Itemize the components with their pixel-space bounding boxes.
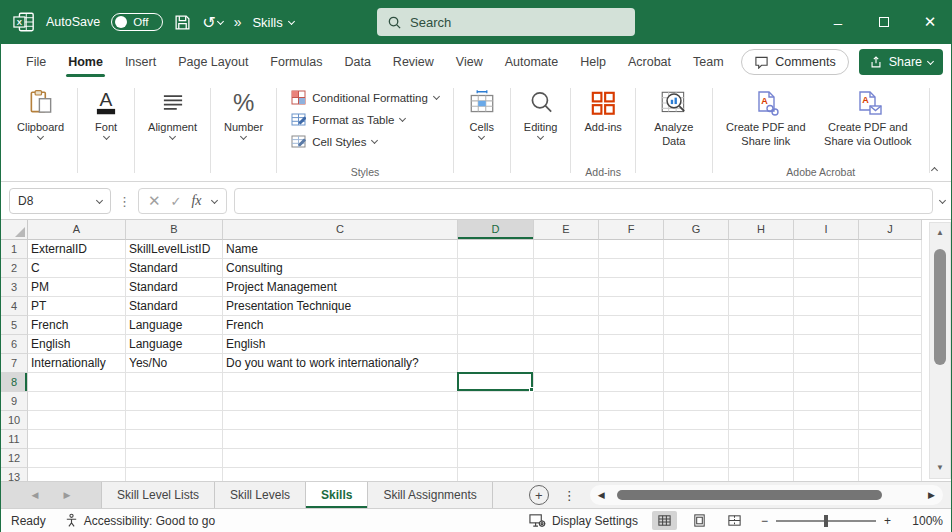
cell-A3[interactable]: PM (28, 278, 126, 297)
name-box[interactable]: D8 (9, 188, 111, 214)
cell-F12[interactable] (599, 449, 664, 468)
cell-E1[interactable] (534, 240, 599, 259)
scroll-down-button[interactable]: ▼ (930, 460, 950, 476)
close-button[interactable]: ✕ (907, 0, 952, 44)
cell-J5[interactable] (859, 316, 922, 335)
cell-D9[interactable] (458, 392, 534, 411)
cell-J7[interactable] (859, 354, 922, 373)
cell-D1[interactable] (458, 240, 534, 259)
cell-E8[interactable] (534, 373, 599, 392)
horizontal-scrollbar[interactable]: ◀ ▶ (590, 485, 943, 505)
expand-formula-bar-button[interactable] (939, 196, 946, 203)
ribbon-tab-team[interactable]: Team (682, 44, 735, 80)
save-button[interactable] (174, 14, 191, 31)
cell-E5[interactable] (534, 316, 599, 335)
insert-function-button[interactable]: fx (191, 193, 201, 209)
clipboard-button[interactable]: Clipboard (10, 86, 71, 141)
cell-G2[interactable] (664, 259, 729, 278)
cell-A7[interactable]: Internationally (28, 354, 126, 373)
row-header-1[interactable]: 1 (1, 240, 28, 259)
ribbon-tab-data[interactable]: Data (333, 44, 381, 80)
cell-F1[interactable] (599, 240, 664, 259)
cell-G9[interactable] (664, 392, 729, 411)
row-header-11[interactable]: 11 (1, 430, 28, 449)
cell-B4[interactable]: Standard (126, 297, 223, 316)
cell-J2[interactable] (859, 259, 922, 278)
cell-E12[interactable] (534, 449, 599, 468)
cell-styles-button[interactable]: Cell Styles (291, 134, 377, 149)
row-header-4[interactable]: 4 (1, 297, 28, 316)
cell-J3[interactable] (859, 278, 922, 297)
cell-G8[interactable] (664, 373, 729, 392)
cell-G1[interactable] (664, 240, 729, 259)
number-button[interactable]: % Number (217, 86, 270, 141)
cell-J6[interactable] (859, 335, 922, 354)
ribbon-tab-automate[interactable]: Automate (494, 44, 570, 80)
scroll-up-button[interactable]: ▲ (930, 225, 950, 241)
cell-C5[interactable]: French (223, 316, 458, 335)
cell-E4[interactable] (534, 297, 599, 316)
cell-C3[interactable]: Project Management (223, 278, 458, 297)
vertical-scrollbar[interactable]: ▲ ▼ (929, 222, 951, 479)
cell-I5[interactable] (794, 316, 859, 335)
cell-I9[interactable] (794, 392, 859, 411)
cell-G7[interactable] (664, 354, 729, 373)
cell-J8[interactable] (859, 373, 922, 392)
cell-H2[interactable] (729, 259, 794, 278)
cell-G3[interactable] (664, 278, 729, 297)
cell-J11[interactable] (859, 430, 922, 449)
ribbon-tab-view[interactable]: View (445, 44, 494, 80)
cell-C1[interactable]: Name (223, 240, 458, 259)
cell-F4[interactable] (599, 297, 664, 316)
cell-F9[interactable] (599, 392, 664, 411)
comments-button[interactable]: Comments (741, 49, 848, 75)
cell-A12[interactable] (28, 449, 126, 468)
cell-D11[interactable] (458, 430, 534, 449)
cell-F11[interactable] (599, 430, 664, 449)
cell-B11[interactable] (126, 430, 223, 449)
cell-A6[interactable]: English (28, 335, 126, 354)
cell-C6[interactable]: English (223, 335, 458, 354)
sheet-tab-skill-level-lists[interactable]: Skill Level Lists (101, 482, 215, 508)
cell-H3[interactable] (729, 278, 794, 297)
cell-C11[interactable] (223, 430, 458, 449)
cell-H6[interactable] (729, 335, 794, 354)
cell-G10[interactable] (664, 411, 729, 430)
cell-I4[interactable] (794, 297, 859, 316)
column-header-i[interactable]: I (794, 220, 859, 240)
cell-F7[interactable] (599, 354, 664, 373)
cell-J1[interactable] (859, 240, 922, 259)
conditional-formatting-button[interactable]: Conditional Formatting (291, 90, 439, 105)
cell-I7[interactable] (794, 354, 859, 373)
cell-J12[interactable] (859, 449, 922, 468)
cell-C12[interactable] (223, 449, 458, 468)
cell-A10[interactable] (28, 411, 126, 430)
cell-E13[interactable] (534, 468, 599, 481)
horizontal-scroll-track[interactable] (611, 489, 922, 501)
more-commands-button[interactable]: » (234, 14, 242, 30)
cell-F5[interactable] (599, 316, 664, 335)
cell-C10[interactable] (223, 411, 458, 430)
cell-F8[interactable] (599, 373, 664, 392)
accessibility-status[interactable]: Accessibility: Good to go (64, 513, 215, 528)
cell-A11[interactable] (28, 430, 126, 449)
analyze-data-button[interactable]: Analyze Data (642, 86, 706, 151)
addins-button[interactable]: Add-ins (577, 86, 628, 135)
cell-H11[interactable] (729, 430, 794, 449)
format-as-table-button[interactable]: Format as Table (291, 112, 405, 127)
cell-F10[interactable] (599, 411, 664, 430)
cell-J13[interactable] (859, 468, 922, 481)
cell-D4[interactable] (458, 297, 534, 316)
cell-J4[interactable] (859, 297, 922, 316)
excel-app-icon[interactable]: X (13, 11, 35, 33)
zoom-level[interactable]: 100% (905, 514, 943, 528)
cell-B7[interactable]: Yes/No (126, 354, 223, 373)
row-header-7[interactable]: 7 (1, 354, 28, 373)
share-button[interactable]: Share (859, 49, 943, 75)
cell-I3[interactable] (794, 278, 859, 297)
create-pdf-share-outlook-button[interactable]: A Create PDF and Share via Outlook (813, 86, 923, 151)
scroll-right-button[interactable]: ▶ (928, 490, 935, 500)
cell-B5[interactable]: Language (126, 316, 223, 335)
enter-button[interactable]: ✓ (171, 194, 182, 209)
cells-button[interactable]: Cells (460, 86, 504, 141)
